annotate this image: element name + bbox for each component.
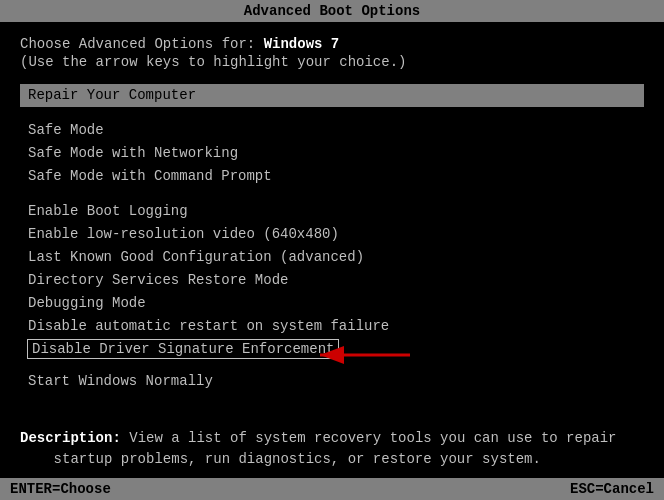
description-section: Description: View a list of system recov… — [20, 428, 644, 470]
title-text: Advanced Boot Options — [244, 3, 420, 19]
disable-auto-restart-item[interactable]: Disable automatic restart on system fail… — [20, 315, 644, 338]
choose-prefix: Choose Advanced Options for: — [20, 36, 264, 52]
disable-driver-signature-wrapper: Disable Driver Signature Enforcement — [20, 340, 644, 358]
safe-mode-section: Safe Mode Safe Mode with Networking Safe… — [20, 119, 644, 188]
enable-boot-logging-item[interactable]: Enable Boot Logging — [20, 200, 644, 223]
safe-mode-item[interactable]: Safe Mode — [20, 119, 644, 142]
disable-driver-signature-item[interactable]: Disable Driver Signature Enforcement — [28, 340, 338, 358]
repair-computer-item[interactable]: Repair Your Computer — [20, 84, 644, 107]
enable-low-res-item[interactable]: Enable low-resolution video (640x480) — [20, 223, 644, 246]
last-known-good-item[interactable]: Last Known Good Configuration (advanced) — [20, 246, 644, 269]
repair-section: Repair Your Computer — [20, 84, 644, 107]
start-normally-section: Start Windows Normally — [20, 370, 644, 393]
enter-label: ENTER=Choose — [10, 481, 111, 497]
debugging-mode-item[interactable]: Debugging Mode — [20, 292, 644, 315]
os-name: Windows 7 — [264, 36, 340, 52]
instructions: (Use the arrow keys to highlight your ch… — [20, 54, 644, 70]
main-content: Choose Advanced Options for: Windows 7 (… — [0, 22, 664, 419]
choose-header: Choose Advanced Options for: Windows 7 — [20, 36, 644, 52]
start-normally-item[interactable]: Start Windows Normally — [20, 370, 644, 393]
advanced-section: Enable Boot Logging Enable low-resolutio… — [20, 200, 644, 358]
directory-services-item[interactable]: Directory Services Restore Mode — [20, 269, 644, 292]
esc-label: ESC=Cancel — [570, 481, 654, 497]
safe-mode-networking-item[interactable]: Safe Mode with Networking — [20, 142, 644, 165]
title-bar: Advanced Boot Options — [0, 0, 664, 22]
footer: ENTER=Choose ESC=Cancel — [0, 478, 664, 500]
description-label: Description: — [20, 430, 121, 446]
safe-mode-command-item[interactable]: Safe Mode with Command Prompt — [20, 165, 644, 188]
screen: Advanced Boot Options Choose Advanced Op… — [0, 0, 664, 500]
